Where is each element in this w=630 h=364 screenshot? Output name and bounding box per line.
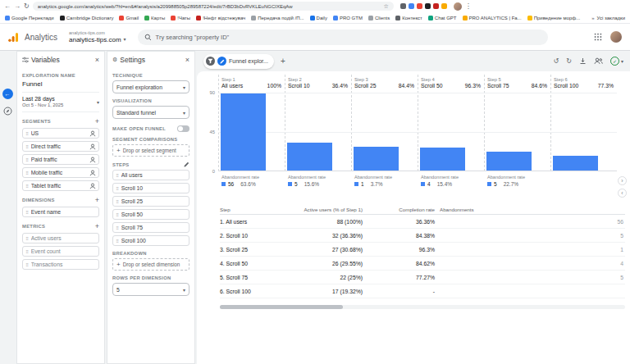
applied-status-button[interactable]: ✓ ▾ bbox=[610, 57, 623, 66]
back-icon[interactable]: ← bbox=[4, 3, 11, 10]
extension-icon[interactable] bbox=[441, 3, 447, 9]
close-variables-button[interactable]: × bbox=[95, 56, 99, 64]
y-axis-tick: 45 bbox=[210, 130, 215, 134]
share-users-icon[interactable] bbox=[594, 57, 603, 65]
extension-icon[interactable] bbox=[425, 3, 431, 9]
search-input[interactable]: Try searching "property ID" bbox=[138, 30, 548, 45]
extension-icon[interactable] bbox=[409, 3, 414, 9]
table-row[interactable]: 4. Scroll 5026 (29.55%)84.62%4 bbox=[220, 257, 625, 271]
extension-icon[interactable] bbox=[433, 3, 439, 9]
bookmark-item[interactable]: Daily bbox=[310, 16, 327, 20]
segment-drop-zone[interactable]: + Drop or select segment bbox=[112, 144, 189, 157]
visualization-select[interactable]: Standard funnel ▾ bbox=[112, 106, 189, 119]
bookmark-item[interactable]: Карты bbox=[144, 16, 165, 20]
step-chip[interactable]: ⠿Scroll 75 bbox=[112, 222, 189, 233]
table-row[interactable]: 6. Scroll 10017 (19.32%)- bbox=[220, 284, 625, 298]
open-funnel-toggle[interactable] bbox=[177, 125, 189, 132]
funnel-step-header: Step 3Scroll 2584.4% bbox=[351, 75, 418, 93]
step-chip[interactable]: ⠿All users bbox=[112, 170, 189, 180]
date-range-selector[interactable]: Last 28 days Oct 5 - Nov 1, 2025 ▾ bbox=[22, 93, 99, 112]
close-settings-button[interactable]: × bbox=[185, 56, 189, 64]
account-property-selector[interactable]: analytics-tips.com analytics-tips.com ▾ bbox=[69, 30, 126, 43]
table-row[interactable]: 5. Scroll 7522 (25%)77.27%5 bbox=[220, 271, 625, 284]
funnel-bar[interactable] bbox=[553, 156, 598, 171]
address-bar[interactable]: analytics.google.com/analytics/web/?hl=e… bbox=[33, 2, 394, 11]
step-chip-label: Scroll 10 bbox=[121, 185, 186, 191]
table-row[interactable]: 2. Scroll 1032 (36.36%)84.38%5 bbox=[220, 229, 625, 243]
metric-chip[interactable]: ⠿Transactions bbox=[22, 259, 99, 270]
all-bookmarks-button[interactable]: » Усі закладки bbox=[591, 16, 625, 20]
extension-icon[interactable] bbox=[400, 3, 406, 9]
segment-chip[interactable]: ⠿Tablet traffic bbox=[22, 180, 99, 191]
browser-profile-avatar[interactable] bbox=[454, 2, 462, 11]
add-metric-button[interactable]: + bbox=[95, 222, 99, 230]
funnel-bar[interactable] bbox=[354, 147, 399, 171]
funnel-bar[interactable] bbox=[221, 93, 266, 171]
step-chip[interactable]: ⠿Scroll 25 bbox=[112, 196, 189, 207]
segment-chip[interactable]: ⠿Mobile traffic bbox=[22, 167, 99, 178]
bookmark-item[interactable]: Передача подій /П... bbox=[251, 16, 304, 20]
scroll-left-button[interactable]: ‹ bbox=[618, 189, 627, 198]
segment-chip[interactable]: ⠿US bbox=[22, 128, 99, 139]
bookmark-item[interactable]: PRO ANALYTICS | Fa... bbox=[463, 16, 522, 20]
metric-chip[interactable]: ⠿Event count bbox=[22, 246, 99, 257]
segment-comparisons-label: SEGMENT COMPARISONS bbox=[112, 137, 189, 142]
bookmarks-bar: Google ПерекладиCambridge DictionaryGmai… bbox=[0, 12, 630, 24]
step-chip-label: Scroll 25 bbox=[121, 198, 186, 204]
user-avatar[interactable] bbox=[610, 31, 622, 43]
breakdown-drop-zone[interactable]: + Drop or select dimension bbox=[112, 258, 189, 271]
add-dimension-button[interactable]: + bbox=[95, 196, 99, 204]
redo-icon[interactable]: ↻ bbox=[566, 57, 572, 65]
funnel-bar[interactable] bbox=[486, 152, 532, 171]
bookmark-item[interactable]: Google Переклади bbox=[5, 16, 54, 20]
abandonment-rate-label: Abandonment rate bbox=[221, 175, 281, 180]
explore-icon[interactable] bbox=[3, 107, 12, 116]
forward-icon[interactable]: → bbox=[14, 3, 21, 10]
metric-chip[interactable]: ⠿Active users bbox=[22, 233, 99, 243]
reload-icon[interactable]: ↻ bbox=[24, 3, 30, 10]
bookmark-item[interactable]: Приведение морф... bbox=[527, 16, 581, 20]
step-chip[interactable]: ⠿Scroll 100 bbox=[112, 235, 189, 246]
add-segment-button[interactable]: + bbox=[95, 117, 99, 125]
add-tab-button[interactable]: + bbox=[281, 57, 285, 66]
step-chip[interactable]: ⠿Scroll 10 bbox=[112, 183, 189, 193]
bookmark-item[interactable]: Clients bbox=[368, 16, 390, 20]
bookmark-item[interactable]: Chat GPT bbox=[428, 16, 457, 20]
tab-title: Funnel explor... bbox=[229, 58, 268, 64]
collapse-panels-button[interactable]: ← bbox=[2, 89, 13, 99]
funnel-bar[interactable] bbox=[287, 143, 332, 171]
undo-icon[interactable]: ↺ bbox=[554, 57, 559, 65]
edit-steps-pencil-icon[interactable] bbox=[184, 162, 189, 167]
table-row[interactable]: 1. All users88 (100%)36.36%56 bbox=[220, 215, 625, 229]
download-icon[interactable] bbox=[579, 57, 587, 65]
table-cell: 1 bbox=[440, 247, 625, 253]
bookmark-item[interactable]: !Нефт відстежувач bbox=[196, 16, 245, 20]
apps-grid-icon[interactable] bbox=[594, 33, 602, 41]
metrics-list: ⠿Active users⠿Event count⠿Transactions bbox=[22, 233, 99, 270]
bookmark-item[interactable]: Cambridge Dictionary bbox=[60, 16, 114, 20]
exploration-tab[interactable]: Funnel explor... bbox=[203, 54, 274, 69]
technique-select[interactable]: Funnel exploration ▾ bbox=[112, 80, 189, 93]
step-number-label: Step 6 bbox=[554, 77, 614, 82]
scrollbar-thumb[interactable] bbox=[220, 305, 343, 309]
exploration-name-input[interactable]: Funnel bbox=[22, 80, 99, 93]
dimension-chip[interactable]: ⠿Event name bbox=[22, 207, 99, 217]
table-row[interactable]: 3. Scroll 2527 (30.68%)96.3%1 bbox=[220, 243, 625, 257]
horizontal-scrollbar[interactable] bbox=[220, 305, 625, 309]
step-chip[interactable]: ⠿Scroll 50 bbox=[112, 209, 189, 220]
analytics-logo[interactable]: Analytics bbox=[8, 33, 57, 42]
bookmark-item[interactable]: PRO GTM bbox=[333, 16, 363, 20]
bookmark-item[interactable]: Gmail bbox=[119, 16, 139, 20]
segment-chip[interactable]: ⠿Paid traffic bbox=[22, 154, 99, 165]
step-chip-label: All users bbox=[121, 172, 186, 178]
segment-chip[interactable]: ⠿Direct traffic bbox=[22, 141, 99, 152]
bookmark-star-icon[interactable]: ☆ bbox=[383, 3, 388, 10]
extension-icon[interactable] bbox=[417, 3, 422, 9]
funnel-bar[interactable] bbox=[420, 148, 465, 171]
bookmark-item[interactable]: !Чаты bbox=[171, 16, 190, 20]
rows-per-dimension-select[interactable]: 5 ▾ bbox=[112, 283, 189, 296]
step-chip-label: Scroll 50 bbox=[121, 212, 186, 217]
browser-menu-icon[interactable]: ⋮ bbox=[465, 3, 472, 10]
scroll-right-button[interactable]: › bbox=[618, 176, 627, 185]
bookmark-item[interactable]: Контекст bbox=[395, 16, 422, 20]
